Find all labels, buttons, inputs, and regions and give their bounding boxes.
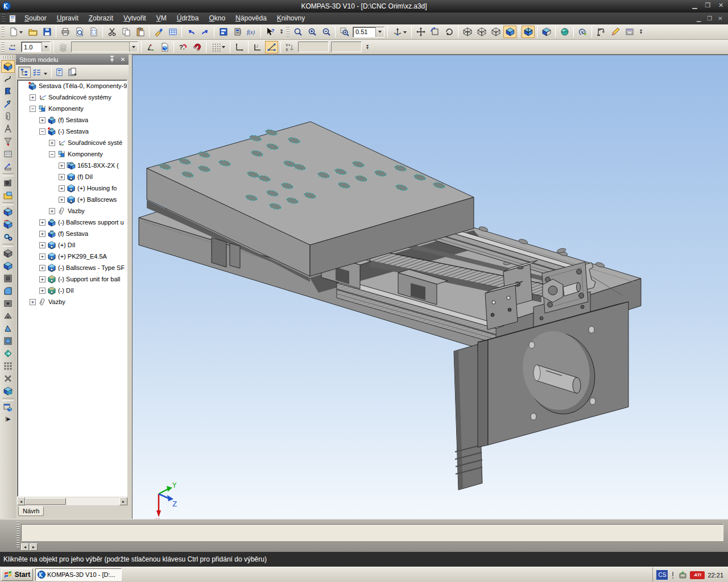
tree-item-label[interactable]: (f) Díl bbox=[77, 173, 93, 180]
pan-button[interactable] bbox=[414, 26, 427, 38]
expand-icon[interactable]: + bbox=[49, 140, 55, 146]
tree-item-label[interactable]: (+) Housing fo bbox=[77, 185, 117, 192]
tree-item-label[interactable]: Komponenty bbox=[68, 151, 103, 157]
fillet-button[interactable] bbox=[1, 285, 15, 297]
copy-properties-button[interactable] bbox=[152, 26, 165, 38]
tree-item-label[interactable]: (-) Sestava bbox=[58, 128, 89, 135]
menu-npovda[interactable]: Nápověda bbox=[230, 13, 272, 24]
expand-icon[interactable]: + bbox=[30, 299, 36, 305]
toolbar-overflow-chevron[interactable]: ▾▾ bbox=[638, 30, 644, 34]
mdi-close-button[interactable]: ✕ bbox=[716, 15, 725, 22]
copy-structure-button[interactable] bbox=[66, 66, 78, 78]
teal-arrow-button[interactable] bbox=[1, 347, 15, 360]
tree-item[interactable]: +(f) Díl bbox=[18, 171, 127, 182]
blue-ribbon-button[interactable] bbox=[1, 85, 15, 98]
tree-horizontal-scrollbar[interactable]: ◄ ► bbox=[17, 497, 127, 505]
window-cube-button[interactable] bbox=[1, 401, 15, 414]
expand-icon[interactable]: + bbox=[39, 242, 46, 248]
compass-button[interactable] bbox=[1, 123, 15, 135]
tree-item[interactable]: +(+) Ballscrews bbox=[18, 194, 127, 205]
axes-button[interactable] bbox=[233, 41, 246, 53]
expand-icon[interactable]: + bbox=[59, 185, 65, 192]
hidden-thin-button[interactable] bbox=[489, 26, 502, 38]
print-button[interactable] bbox=[59, 26, 72, 38]
save-button[interactable] bbox=[40, 26, 53, 38]
pattern-button[interactable] bbox=[1, 360, 15, 372]
tree-item[interactable]: +(-) Ballscrews - Type SF bbox=[18, 262, 127, 273]
toolbar-overflow-chevron[interactable]: ▾▾ bbox=[278, 30, 285, 34]
undo-button[interactable] bbox=[184, 26, 197, 38]
calculator-button[interactable] bbox=[231, 26, 244, 38]
open-button[interactable] bbox=[26, 26, 39, 38]
prop-scroll-right-icon[interactable]: ► bbox=[30, 543, 38, 551]
extrude-dark-button[interactable] bbox=[1, 247, 15, 260]
print-preview-button[interactable] bbox=[73, 26, 86, 38]
tree-item-label[interactable]: (+) PK299_E4.5A bbox=[58, 253, 107, 260]
toolbar-overflow-chevron[interactable]: ▾▾ bbox=[364, 45, 371, 49]
half-section-button[interactable] bbox=[540, 26, 553, 38]
collapse-icon[interactable]: − bbox=[39, 128, 46, 135]
library-button[interactable] bbox=[576, 26, 589, 38]
tree-item-label[interactable]: (+) Ballscrews bbox=[77, 196, 117, 203]
tree-item[interactable]: +(-) Ballscrews support u bbox=[18, 217, 127, 228]
layer-combo[interactable] bbox=[71, 41, 138, 52]
paperclip-button[interactable] bbox=[1, 110, 15, 123]
scroll-right-icon[interactable]: ► bbox=[119, 497, 127, 505]
zoom-scale-combo[interactable]: 0.51 bbox=[353, 27, 384, 38]
extrude-blue-button[interactable] bbox=[1, 260, 15, 272]
expand-icon[interactable]: + bbox=[30, 94, 36, 101]
properties-panel-button[interactable] bbox=[623, 26, 636, 38]
local-csys-button[interactable] bbox=[144, 41, 157, 53]
tree-item[interactable]: +Vazby bbox=[18, 205, 127, 217]
perspective-button[interactable] bbox=[558, 26, 571, 38]
copy-button[interactable] bbox=[119, 26, 133, 38]
expand-icon[interactable]: + bbox=[39, 253, 46, 260]
step-combo[interactable]: 1.0 bbox=[21, 41, 51, 52]
tree-item-label[interactable]: (-) Support unit for ball bbox=[58, 276, 120, 282]
menu-soubor[interactable]: Soubor bbox=[19, 13, 52, 24]
layer-combo-dropdown-icon[interactable] bbox=[129, 42, 138, 52]
tree-item[interactable]: +1651-8XX-2X ( bbox=[18, 160, 127, 171]
viewport-3d[interactable]: X Y Z bbox=[132, 55, 728, 519]
tree-item-label[interactable]: 1651-8XX-2X ( bbox=[77, 162, 119, 169]
tree-item[interactable]: −(-) Sestava bbox=[18, 126, 127, 137]
tree-item[interactable]: +Souřadnicové systémy bbox=[18, 92, 127, 103]
tree-item-label[interactable]: (+) Díl bbox=[58, 242, 75, 248]
zoom-out-button[interactable] bbox=[320, 26, 333, 38]
macro-button[interactable] bbox=[594, 26, 607, 38]
new-document-button[interactable] bbox=[6, 26, 25, 38]
mdi-minimize-button[interactable]: ▁ bbox=[694, 15, 703, 22]
orientation-button[interactable] bbox=[390, 26, 409, 38]
tree-item[interactable]: +(+) Housing fo bbox=[18, 182, 127, 194]
property-input-field[interactable] bbox=[21, 524, 723, 541]
tree-item[interactable]: +(f) Sestava bbox=[18, 114, 127, 126]
expand-icon[interactable]: + bbox=[39, 117, 46, 123]
tree-item[interactable]: Sestava (Těla-0, Komponenty-9) bbox=[18, 80, 127, 92]
zoom-area-button[interactable] bbox=[291, 26, 304, 38]
menu-zobrazit[interactable]: Zobrazit bbox=[84, 13, 118, 24]
spline-button[interactable] bbox=[1, 73, 15, 85]
mesh-button[interactable] bbox=[1, 148, 15, 160]
toolbar-gripper[interactable] bbox=[1, 26, 5, 38]
zoom-frame-button[interactable] bbox=[428, 26, 441, 38]
snap-query-button[interactable]: ?. bbox=[176, 41, 189, 53]
stamp-button[interactable] bbox=[1, 372, 15, 385]
measure-button[interactable] bbox=[1, 160, 15, 173]
context-help-button[interactable]: ? bbox=[263, 26, 276, 38]
zoom-scale-combo-dropdown-icon[interactable] bbox=[375, 27, 384, 37]
expand-icon[interactable]: + bbox=[39, 288, 46, 294]
page-setup-button[interactable] bbox=[87, 26, 100, 38]
coordinate-field-y[interactable] bbox=[331, 41, 362, 52]
cut-button[interactable] bbox=[105, 26, 118, 38]
hole-button[interactable] bbox=[1, 297, 15, 310]
taskbar-task-kompas[interactable]: KOMPAS-3D V10 - [D:... bbox=[35, 568, 122, 581]
property-bar-gripper[interactable] bbox=[16, 522, 19, 549]
snap-magnet-button[interactable] bbox=[191, 41, 204, 53]
open-folder-button[interactable] bbox=[1, 189, 15, 202]
slot-button[interactable] bbox=[1, 310, 15, 322]
tree-item[interactable]: +(-) Díl bbox=[18, 285, 127, 296]
tree-item-label[interactable]: (f) Sestava bbox=[58, 117, 88, 123]
list-mode-button[interactable] bbox=[31, 66, 43, 78]
move-cube-button[interactable] bbox=[1, 206, 15, 218]
prop-scroll-left-icon[interactable]: ◄ bbox=[21, 543, 29, 551]
